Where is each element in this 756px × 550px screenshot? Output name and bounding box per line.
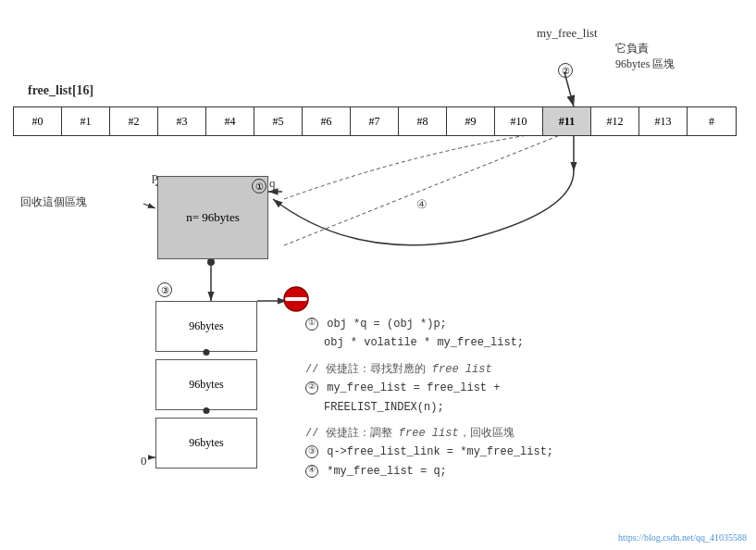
array-cell-2: #2 xyxy=(110,107,158,135)
array-cell-6: #6 xyxy=(303,107,351,135)
array-cell-5: #5 xyxy=(254,107,303,135)
array-cell-10: #10 xyxy=(495,107,543,135)
linked-cell-3: 96bytes xyxy=(155,418,257,469)
it-responsible-label: 它負責96bytes 區塊 xyxy=(615,41,675,72)
code-step4: *my_free_list = q; xyxy=(327,465,447,478)
circle-1-q: ① xyxy=(252,179,266,194)
array-cell-1: #1 xyxy=(62,107,110,135)
svg-text:④: ④ xyxy=(416,197,428,211)
array-cell-12: #12 xyxy=(591,107,639,135)
linked-cell-3-text: 96bytes xyxy=(189,436,223,450)
code-step2b-line: FREELIST_INDEX(n); xyxy=(305,398,553,417)
linked-cell-1-text: 96bytes xyxy=(189,319,223,333)
array-cell-13: #13 xyxy=(639,107,688,135)
svg-line-5 xyxy=(143,204,155,208)
code-comment3: // 侯捷註：調整 free list，回收區塊 xyxy=(305,427,514,440)
linked-list: 96bytes 96bytes 96bytes xyxy=(155,301,257,469)
code-step2: my_free_list = free_list + xyxy=(327,381,500,394)
code-circle-2: ② xyxy=(305,381,318,394)
code-comment2-line: // 侯捷註：尋找對應的 free list xyxy=(305,360,553,379)
code-circle-4: ④ xyxy=(305,465,318,478)
code-block: ① obj *q = (obj *)p; obj * volatile * my… xyxy=(305,315,553,481)
svg-point-9 xyxy=(207,258,215,266)
code-step1-b: obj * volatile * my_free_list; xyxy=(324,336,524,349)
array-cell-4: #4 xyxy=(206,107,254,135)
array-cell-7: #7 xyxy=(351,107,399,135)
code-step1-a: obj *q = (obj *)p; xyxy=(327,318,447,331)
array-cell-3: #3 xyxy=(158,107,206,135)
code-comment2: // 侯捷註：尋找對應的 free list xyxy=(305,363,492,376)
watermark: https://blog.csdn.net/qq_41035588 xyxy=(618,532,747,543)
linked-cell-2: 96bytes xyxy=(155,359,257,410)
zero-label: 0 xyxy=(141,454,147,469)
code-comment3-line: // 侯捷註：調整 free list，回收區塊 xyxy=(305,424,553,443)
array-cell-9: #9 xyxy=(447,107,495,135)
code-step1-b-line: obj * volatile * my_free_list; xyxy=(305,333,553,352)
free-list-title: free_list[16] xyxy=(28,83,93,98)
q-label: q xyxy=(269,176,276,191)
code-step3: q->free_list_link = *my_free_list; xyxy=(327,445,553,458)
stop-icon xyxy=(282,285,310,313)
linked-cell-2-dot xyxy=(204,407,210,414)
array-cell-11: #11 xyxy=(543,107,591,135)
code-step4-line: ④ *my_free_list = q; xyxy=(305,462,553,481)
code-step3-line: ③ q->free_list_link = *my_free_list; xyxy=(305,443,553,461)
linked-cell-1: 96bytes xyxy=(155,301,257,352)
svg-line-1 xyxy=(284,130,574,245)
circle-3: ③ xyxy=(157,282,172,297)
array-cell-8: #8 xyxy=(399,107,447,135)
array-cell-0: #0 xyxy=(14,107,62,135)
code-step2b: FREELIST_INDEX(n); xyxy=(324,401,444,414)
code-step2-line: ② my_free_list = free_list + xyxy=(305,379,553,397)
my-free-list-label: my_free_list xyxy=(537,26,598,41)
array-row: #0 #1 #2 #3 #4 #5 #6 #7 #8 #9 #10 #11 #1… xyxy=(13,106,737,136)
linked-cell-1-dot xyxy=(204,349,210,356)
recycle-label: 回收這個區塊 xyxy=(20,194,87,210)
code-step1: ① obj *q = (obj *)p; xyxy=(305,315,553,333)
annotation-2-circle: ② xyxy=(558,63,573,78)
code-circle-3: ③ xyxy=(305,445,318,458)
array-cell-14: # xyxy=(688,107,736,135)
linked-cell-2-text: 96bytes xyxy=(189,378,223,392)
code-circle-1: ① xyxy=(305,318,318,331)
diagram-container: ④ my_free_list ② 它負責96bytes 區塊 free_list… xyxy=(0,0,756,550)
